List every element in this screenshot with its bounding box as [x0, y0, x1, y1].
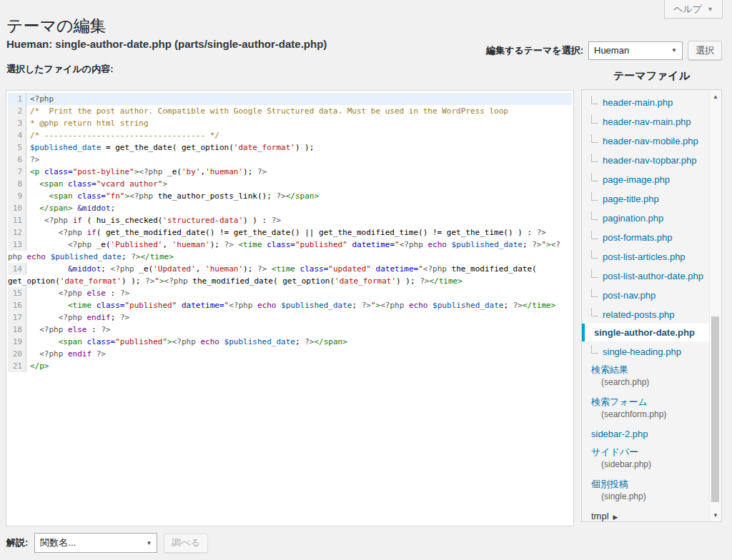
code-line[interactable]: 10 </span> &middot;	[8, 202, 572, 214]
theme-file-link[interactable]: sidebar-2.php	[591, 429, 648, 439]
theme-file-item[interactable]: related-posts.php	[582, 304, 710, 324]
line-number: 11	[8, 214, 26, 226]
theme-file-link[interactable]: post-list-author-date.php	[603, 271, 703, 281]
line-number: 21	[8, 360, 26, 372]
line-number: 8	[8, 178, 26, 190]
tree-connector-icon	[591, 308, 598, 316]
line-number: 4	[8, 129, 26, 141]
line-number: 17	[8, 311, 26, 324]
line-number: 3	[8, 117, 26, 129]
code-line[interactable]: 19 <span class="published"><?php echo $p…	[8, 336, 572, 348]
theme-file-item[interactable]: single-heading.php	[582, 341, 710, 361]
chevron-right-icon: ▶	[613, 514, 618, 521]
theme-files-heading: テーマファイル	[581, 69, 722, 83]
tree-connector-icon	[591, 154, 598, 162]
theme-file-link[interactable]: single-heading.php	[603, 346, 681, 357]
code-line[interactable]: 8 <span class="vcard author">	[8, 178, 572, 190]
code-line[interactable]: 9 <span class="fn"><?php the_author_post…	[8, 190, 572, 202]
code-line[interactable]: 21</p>	[8, 360, 572, 372]
theme-file-link[interactable]: header-nav-main.php	[603, 116, 691, 127]
scroll-up-icon[interactable]: ▲	[710, 91, 721, 101]
code-lines: 1<?php2/* Print the post author. Compati…	[8, 93, 572, 372]
theme-selector-row: 編集するテーマを選択: Hueman ▼ 選択	[486, 41, 722, 60]
chevron-down-icon: ▼	[146, 540, 152, 546]
theme-file-item[interactable]: page-image.php	[582, 169, 710, 189]
code-editor[interactable]: 1<?php2/* Print the post author. Compati…	[6, 90, 574, 526]
theme-file-link[interactable]: 検索結果	[591, 364, 628, 375]
code-line[interactable]: 7<p class="post-byline"><?php _e('by','h…	[8, 166, 572, 178]
theme-file-item[interactable]: single-author-date.php	[582, 324, 710, 341]
code-line[interactable]: 16 <time class="published" datetime="<?p…	[8, 299, 572, 311]
code-line[interactable]: 11 <?php if ( hu_is_checked('structured-…	[8, 214, 572, 226]
theme-file-link[interactable]: サイドバー	[591, 446, 638, 457]
tree-connector-icon	[591, 115, 598, 124]
theme-file-link[interactable]: 個別投稿	[591, 479, 628, 489]
theme-file-link[interactable]: header-main.php	[603, 97, 673, 108]
theme-file-link[interactable]: page-title.php	[603, 194, 659, 204]
line-number: 10	[8, 202, 26, 214]
theme-file-link[interactable]: post-list-articles.php	[603, 251, 686, 262]
code-line[interactable]: 13 <?php _e('Published', 'hueman'); ?> <…	[8, 239, 572, 263]
code-line[interactable]: 14 &middot; <?php _e('Updated', 'hueman'…	[8, 263, 572, 287]
theme-file-link[interactable]: related-posts.php	[603, 309, 674, 320]
line-number: 15	[8, 287, 26, 299]
code-line[interactable]: 18 <?php else : ?>	[8, 324, 572, 336]
theme-file-item[interactable]: post-list-author-date.php	[582, 266, 710, 285]
line-number: 7	[8, 166, 26, 178]
theme-file-item[interactable]: header-nav-topbar.php	[582, 150, 710, 169]
theme-file-item[interactable]: page-title.php	[582, 189, 710, 208]
theme-file-link[interactable]: header-nav-mobile.php	[603, 136, 698, 146]
theme-file-item[interactable]: 個別投稿(single.php)	[582, 475, 710, 507]
theme-file-item[interactable]: header-nav-main.php	[582, 111, 710, 131]
code-line[interactable]: 17 <?php endif; ?>	[8, 311, 572, 324]
current-file-heading: Hueman: single-author-date.php (parts/si…	[6, 38, 327, 50]
theme-file-item[interactable]: post-formats.php	[582, 227, 710, 246]
scrollbar-thumb[interactable]	[711, 316, 719, 502]
theme-file-link[interactable]: post-formats.php	[603, 232, 673, 243]
folder-label[interactable]: tmpl	[591, 511, 609, 521]
theme-file-item[interactable]: サイドバー(sidebar.php)	[582, 443, 710, 475]
line-number: 19	[8, 336, 26, 348]
theme-file-item[interactable]: header-nav-mobile.php	[582, 131, 710, 150]
line-number: 5	[8, 141, 26, 154]
theme-file-link[interactable]: post-nav.php	[603, 290, 656, 301]
theme-select[interactable]: Hueman ▼	[588, 41, 683, 60]
theme-file-item[interactable]: 検索フォーム(searchform.php)	[582, 393, 710, 425]
tree-connector-icon	[591, 250, 598, 259]
tree-connector-icon	[591, 269, 598, 278]
tree-connector-icon	[591, 289, 598, 297]
code-line[interactable]: 5$published_date = get_the_date( get_opt…	[8, 141, 572, 154]
lookup-button[interactable]: 調べる	[164, 534, 208, 553]
theme-file-link[interactable]: 検索フォーム	[591, 396, 648, 407]
code-line[interactable]: 1<?php	[8, 93, 572, 105]
select-theme-button[interactable]: 選択	[688, 41, 722, 60]
theme-file-item[interactable]: header-main.php	[582, 92, 710, 111]
theme-file-item[interactable]: sidebar-2.php	[582, 425, 710, 443]
sidebar-scrollbar[interactable]: ▲ ▼	[709, 90, 721, 521]
theme-file-item[interactable]: tmpl▶	[582, 507, 710, 521]
theme-file-link[interactable]: single-author-date.php	[594, 327, 695, 338]
theme-file-item[interactable]: post-list-articles.php	[582, 246, 710, 266]
chevron-down-icon: ▼	[707, 6, 713, 13]
theme-file-link[interactable]: pagination.php	[603, 213, 663, 224]
theme-files-panel: header-main.phpheader-nav-main.phpheader…	[581, 89, 722, 522]
code-line[interactable]: 15 <?php else : ?>	[8, 287, 572, 299]
line-number: 14	[8, 263, 26, 275]
help-tab[interactable]: ヘルプ ▼	[664, 0, 723, 19]
theme-file-filename: (single.php)	[591, 489, 706, 504]
code-line[interactable]: 6?>	[8, 154, 572, 166]
code-line[interactable]: 2/* Print the post author. Compatible wi…	[8, 105, 572, 117]
code-line[interactable]: 4/* ---------------------------------- *…	[8, 129, 572, 141]
file-contents-label: 選択したファイルの内容:	[6, 63, 113, 76]
code-line[interactable]: 20 <?php endif ?>	[8, 348, 572, 360]
theme-file-item[interactable]: pagination.php	[582, 208, 710, 227]
theme-file-item[interactable]: 検索結果(search.php)	[582, 361, 710, 393]
scroll-down-icon[interactable]: ▼	[710, 510, 721, 520]
theme-file-link[interactable]: header-nav-topbar.php	[603, 155, 697, 166]
line-number: 2	[8, 105, 26, 117]
theme-file-link[interactable]: page-image.php	[603, 174, 670, 185]
code-line[interactable]: 3* @php return html string	[8, 117, 572, 129]
code-line[interactable]: 12 <?php if( get_the_modified_date() != …	[8, 226, 572, 239]
function-select[interactable]: 関数名... ▼	[34, 533, 157, 553]
theme-file-item[interactable]: post-nav.php	[582, 285, 710, 304]
